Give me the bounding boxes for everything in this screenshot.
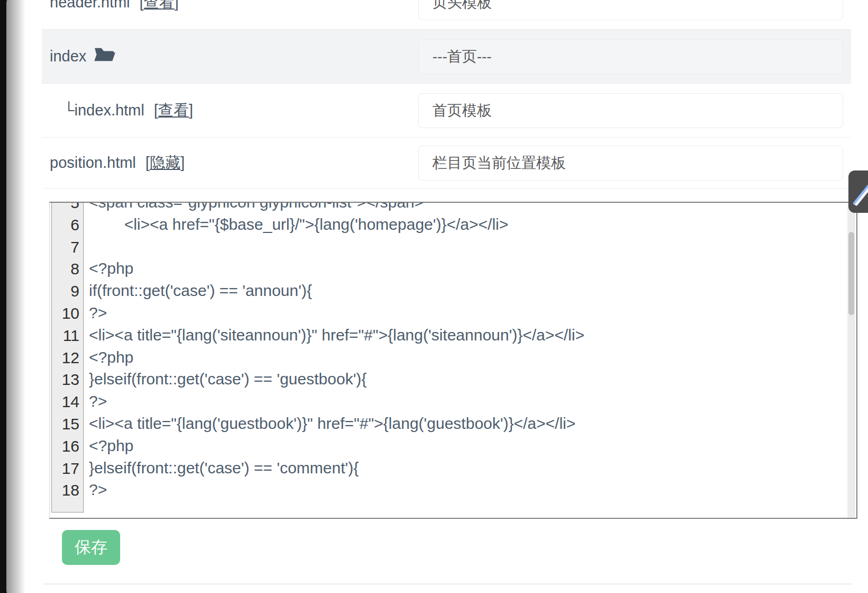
file-desc-cell [418,39,851,74]
template-desc-input-index-folder[interactable] [418,39,843,74]
file-row-header: header.html [查看] [42,0,851,30]
line-number: 13 [52,369,83,391]
line-number: 8 [52,258,83,280]
code-line [89,236,848,258]
line-number: 6 [52,214,83,236]
editor-scroll-content: 5 6 7 8 9 10 11 12 13 14 15 16 17 18 <sp… [51,202,848,513]
code-line: ?> [89,390,848,412]
code-line: <?php [89,435,848,457]
line-number: 5 [52,202,83,214]
line-number: 14 [52,391,83,413]
bottom-divider [43,583,851,585]
file-name: header.html [50,0,130,11]
file-row-index-folder: index [42,30,851,84]
line-number: 9 [52,280,83,302]
save-button[interactable]: 保存 [62,530,120,565]
file-name: index.html [75,102,144,119]
code-line: ?> [89,479,848,501]
code-line: <li><a title="{lang('siteannoun')}" href… [89,324,848,346]
file-row-index-html: └index.html [查看] [42,84,851,138]
hide-link[interactable]: [隐藏] [146,152,185,174]
line-number: 16 [52,435,83,457]
file-desc-cell [418,93,851,128]
code-line: <li><a href="{$base_url}/">{lang('homepa… [89,213,848,236]
editor-scrollbar-thumb[interactable] [848,232,854,315]
code-line: <li><a title="{lang('guestbook')}" href=… [89,412,848,435]
line-number: 12 [52,347,83,369]
code-line: <?php [89,257,848,280]
line-number: 15 [52,413,83,435]
line-number: 7 [52,236,83,258]
view-link[interactable]: [查看] [140,0,179,13]
code-line: if(front::get('case') == 'announ'){ [89,280,848,302]
code-editor[interactable]: 5 6 7 8 9 10 11 12 13 14 15 16 17 18 <sp… [49,202,857,519]
view-link[interactable]: [查看] [154,100,193,121]
code-line: <span class="glyphicon glyphicon-list"><… [89,202,848,213]
template-desc-input-header[interactable] [418,0,843,20]
template-desc-input-index-html[interactable] [418,93,843,128]
template-desc-input-position[interactable] [418,146,843,181]
file-name-cell: header.html [查看] [42,0,418,13]
line-number: 11 [52,325,83,347]
screen: header.html [查看] index └index.html [查看] [0,0,868,593]
code-line: <?php [89,346,848,369]
folder-name: index [50,48,86,65]
floating-edit-button[interactable] [848,170,868,213]
code-text-area[interactable]: <span class="glyphicon glyphicon-list"><… [84,202,848,513]
file-desc-cell [418,0,851,20]
file-name-cell: position.html [隐藏] [42,152,418,174]
file-name-cell: └index.html [查看] [42,100,418,121]
line-number-gutter: 5 6 7 8 9 10 11 12 13 14 15 16 17 18 [51,202,84,513]
file-row-position: position.html [隐藏] [42,138,851,188]
file-desc-cell [418,146,851,181]
line-number: 17 [52,457,83,480]
file-name-cell: index [42,46,418,67]
line-number: 18 [52,479,83,501]
line-number: 10 [52,302,83,325]
code-line: ?> [89,302,848,324]
diagonal-pencil-icon [848,170,868,213]
code-line: }elseif(front::get('case') == 'comment')… [89,457,848,479]
file-name: position.html [50,154,136,172]
open-folder-icon[interactable] [94,46,116,67]
code-line: }elseif(front::get('case') == 'guestbook… [89,368,848,390]
tree-branch-glyph: └ [64,102,75,119]
